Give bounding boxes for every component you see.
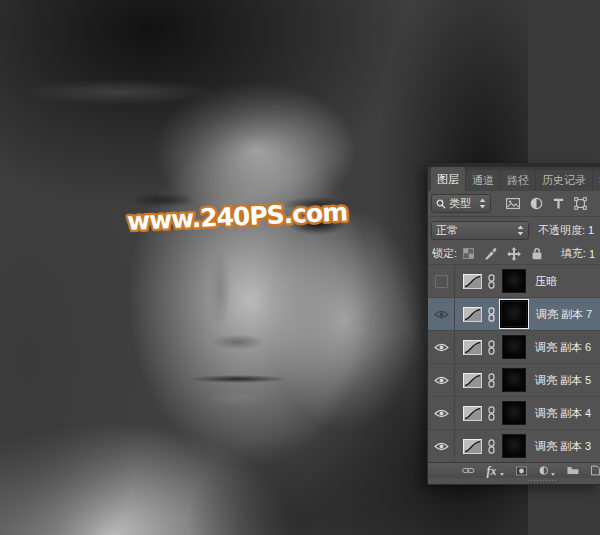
eye-icon bbox=[434, 310, 449, 319]
layer-row-yaan[interactable]: 压暗 bbox=[428, 265, 600, 298]
mask-link-icon[interactable] bbox=[487, 274, 496, 289]
layer-row-tiaoliang-4[interactable]: 调亮 副本 4 bbox=[428, 397, 600, 430]
panel-resize-grip[interactable] bbox=[428, 478, 600, 484]
blend-mode-value: 正常 bbox=[436, 223, 458, 238]
tab-history[interactable]: 历史记录 bbox=[536, 170, 592, 191]
mask-link-icon[interactable] bbox=[487, 406, 496, 421]
type-layer-filter-icon[interactable] bbox=[553, 198, 564, 209]
layer-mask-thumbnail[interactable] bbox=[502, 269, 526, 293]
blend-opacity-row: 正常 不透明度: 1 bbox=[428, 217, 600, 243]
layer-mask-thumbnail[interactable] bbox=[502, 434, 526, 458]
search-icon bbox=[436, 199, 446, 209]
curves-adjustment-thumbnail[interactable] bbox=[463, 406, 482, 421]
layer-mask-thumbnail[interactable] bbox=[502, 335, 526, 359]
visibility-toggle[interactable] bbox=[428, 430, 455, 462]
visibility-toggle[interactable] bbox=[428, 397, 455, 429]
layer-row-tiaoliang-6[interactable]: 调亮 副本 6 bbox=[428, 331, 600, 364]
filter-icon-group bbox=[506, 197, 587, 210]
updown-arrows-icon bbox=[517, 225, 524, 236]
visibility-toggle[interactable] bbox=[428, 364, 455, 396]
mask-link-icon[interactable] bbox=[487, 439, 496, 454]
eye-icon bbox=[434, 343, 449, 352]
curves-adjustment-thumbnail[interactable] bbox=[463, 307, 482, 322]
new-group-icon[interactable] bbox=[567, 465, 579, 476]
layer-list: 压暗 bbox=[428, 265, 600, 462]
panel-tab-bar: 图层 通道 路径 历史记录 动 bbox=[428, 167, 600, 191]
layer-name: 压暗 bbox=[535, 274, 557, 289]
lock-all-icon[interactable] bbox=[531, 247, 543, 260]
new-layer-icon[interactable] bbox=[591, 464, 600, 477]
fill-value[interactable]: 1 bbox=[589, 248, 595, 260]
adjustment-menu-arrow-icon bbox=[551, 473, 555, 476]
layer-name: 调亮 副本 3 bbox=[535, 439, 591, 454]
lock-position-icon[interactable] bbox=[507, 247, 521, 261]
mask-link-icon[interactable] bbox=[487, 373, 496, 388]
grip-dots-icon bbox=[528, 480, 558, 483]
lock-transparency-icon[interactable] bbox=[463, 248, 474, 259]
panel-bottom-bar: fx bbox=[428, 462, 600, 478]
layer-name: 调亮 副本 4 bbox=[535, 406, 591, 421]
lock-row: 锁定: 填充: 1 bbox=[428, 243, 600, 265]
fill-label: 填充: bbox=[561, 246, 586, 261]
visibility-toggle[interactable] bbox=[428, 265, 455, 297]
layer-filter-row: 类型 bbox=[428, 191, 600, 217]
visibility-toggle[interactable] bbox=[428, 331, 455, 363]
tab-channels[interactable]: 通道 bbox=[466, 170, 500, 191]
shape-layer-filter-icon[interactable] bbox=[574, 197, 587, 210]
layer-name: 调亮 副本 7 bbox=[536, 307, 592, 322]
pixel-layer-filter-icon[interactable] bbox=[506, 198, 520, 209]
layer-row-tiaoliang-5[interactable]: 调亮 副本 5 bbox=[428, 364, 600, 397]
layer-name: 调亮 副本 6 bbox=[535, 340, 591, 355]
layer-row-tiaoliang-3[interactable]: 调亮 副本 3 bbox=[428, 430, 600, 462]
lock-label: 锁定: bbox=[432, 246, 457, 261]
layer-mask-thumbnail[interactable] bbox=[502, 401, 526, 425]
link-layers-icon[interactable] bbox=[462, 466, 475, 475]
layer-name: 调亮 副本 5 bbox=[535, 373, 591, 388]
layer-style-icon[interactable]: fx bbox=[487, 465, 497, 477]
eye-icon bbox=[434, 442, 449, 451]
mask-link-icon[interactable] bbox=[487, 307, 496, 322]
filter-kind-select[interactable]: 类型 bbox=[431, 194, 491, 213]
eye-icon bbox=[434, 376, 449, 385]
curves-adjustment-thumbnail[interactable] bbox=[463, 340, 482, 355]
screenshot-stage: www.240PS.com 图层 通道 路径 历史记录 动 类型 bbox=[0, 0, 600, 535]
new-adjustment-layer-icon[interactable] bbox=[539, 464, 549, 477]
lock-pixels-icon[interactable] bbox=[484, 247, 497, 260]
add-layer-mask-icon[interactable] bbox=[516, 465, 527, 477]
lock-icon-group bbox=[463, 247, 543, 261]
tab-layers[interactable]: 图层 bbox=[431, 167, 465, 191]
tab-paths[interactable]: 路径 bbox=[501, 170, 535, 191]
fx-menu-arrow-icon bbox=[500, 473, 504, 476]
mask-link-icon[interactable] bbox=[487, 340, 496, 355]
curves-adjustment-thumbnail[interactable] bbox=[463, 439, 482, 454]
blend-mode-select[interactable]: 正常 bbox=[431, 221, 529, 240]
opacity-label: 不透明度: bbox=[538, 223, 585, 238]
layers-panel: 图层 通道 路径 历史记录 动 类型 bbox=[428, 164, 600, 484]
eye-icon bbox=[434, 409, 449, 418]
filter-kind-label: 类型 bbox=[449, 196, 476, 211]
opacity-value[interactable]: 1 bbox=[588, 224, 594, 236]
visibility-toggle[interactable] bbox=[428, 298, 455, 330]
eye-hidden-icon bbox=[435, 275, 448, 288]
adjustment-layer-filter-icon[interactable] bbox=[530, 197, 543, 210]
tab-actions[interactable]: 动 bbox=[593, 170, 600, 191]
curves-adjustment-thumbnail[interactable] bbox=[463, 373, 482, 388]
layer-row-tiaoliang-7[interactable]: 调亮 副本 7 bbox=[428, 298, 600, 331]
updown-arrows-icon bbox=[479, 198, 486, 209]
layer-mask-thumbnail-selected[interactable] bbox=[501, 301, 527, 327]
curves-adjustment-thumbnail[interactable] bbox=[463, 274, 482, 289]
watermark-text: www.240PS.com bbox=[126, 197, 347, 236]
layer-mask-thumbnail[interactable] bbox=[502, 368, 526, 392]
